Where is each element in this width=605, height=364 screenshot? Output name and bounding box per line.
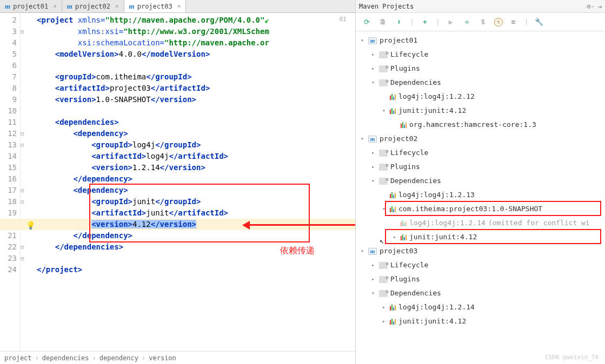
tree-project03[interactable]: ▾project03 [359, 244, 605, 258]
close-icon[interactable]: × [115, 3, 119, 10]
chevron-right-icon[interactable]: ▸ [370, 258, 376, 272]
maven-panel-title: Maven Projects [359, 3, 414, 10]
chevron-down-icon[interactable]: ▾ [370, 174, 376, 188]
tree-dep-omitted[interactable]: log4j:log4j:1.2.14 (omitted for conflict… [359, 216, 605, 230]
minimize-icon[interactable]: ⇥ [598, 3, 602, 10]
tree-dependencies[interactable]: ▾Dependencies [359, 76, 605, 90]
tab-project02[interactable]: mproject02× [62, 0, 124, 12]
val-xmlns: "http://maven.apache.org/POM/4.0.0" [105, 16, 264, 24]
tree-label: log4j:log4j:1.2.13 [398, 188, 475, 202]
watermark: CSDN @weixin_74 [545, 354, 599, 361]
folder-gear-icon [379, 65, 388, 72]
tree-dep-junit[interactable]: ▸junit:junit:4.12 [359, 314, 605, 328]
code-content[interactable]: <project xmlns="http://maven.apache.org/… [28, 13, 269, 351]
tab-project03[interactable]: mproject03× [124, 0, 187, 12]
tree-dep-log4j[interactable]: log4j:log4j:1.2.12 [359, 90, 605, 104]
tree-label: log4j:log4j:1.2.14 [398, 300, 475, 314]
tree-plugins[interactable]: ▸Plugins [359, 160, 605, 174]
tree-project01[interactable]: ▾project01 [359, 33, 605, 48]
tree-label: Plugins [390, 160, 420, 174]
chevron-right-icon[interactable]: ▸ [370, 146, 376, 160]
skip-tests-icon[interactable]: ↯ [494, 18, 503, 26]
tree-dep-hamcrest[interactable]: org.hamcrest:hamcrest-core:1.3 [359, 118, 605, 132]
refresh-icon[interactable]: ⟳ [361, 17, 372, 28]
tree-plugins[interactable]: ▸Plugins [359, 62, 605, 76]
close-icon[interactable]: × [53, 3, 57, 10]
chevron-right-icon[interactable]: ▸ [370, 272, 376, 286]
tree-lifecycle[interactable]: ▸Lifecycle [359, 146, 605, 160]
dependency-icon [390, 107, 396, 114]
tree-lifecycle[interactable]: ▸Lifecycle [359, 48, 605, 62]
attr-xmlns: xmlns= [78, 16, 105, 24]
maven-tree[interactable]: ▾project01 ▸Lifecycle ▸Plugins ▾Dependen… [356, 31, 605, 328]
tree-label: org.hamcrest:hamcrest-core:1.3 [409, 118, 536, 132]
tab-bar: mproject01× mproject02× mproject03× [0, 0, 355, 13]
tree-plugins[interactable]: ▸Plugins [359, 272, 605, 286]
tree-label: log4j:log4j:1.2.12 [398, 90, 475, 104]
add-icon[interactable]: + [420, 17, 430, 28]
breadcrumb[interactable]: project› dependencies› dependency› versi… [0, 351, 355, 364]
attr-schema: xsi:schemaLocation= [78, 38, 164, 47]
tree-dep-log4j[interactable]: log4j:log4j:1.2.13 [359, 188, 605, 202]
val-schema: "http://maven.apache.or [164, 38, 269, 47]
highlight-box-tree-top [385, 201, 601, 216]
crumb-dependencies[interactable]: dependencies [42, 354, 89, 362]
fold-gutter[interactable]: ⊟⊟⊟⊟⊟⊟⊟ [21, 13, 28, 351]
tree-dep-junit[interactable]: ▾junit:junit:4.12 [359, 104, 605, 118]
page-indicator: 01 [340, 14, 347, 25]
folder-gear-icon [379, 178, 388, 185]
tree-label: project01 [380, 33, 417, 48]
chevron-down-icon[interactable]: ▾ [359, 33, 365, 48]
chevron-down-icon[interactable]: ▾ [370, 76, 376, 90]
close-icon[interactable]: × [177, 3, 181, 10]
settings-icon[interactable]: 🔧 [534, 17, 544, 28]
folder-gear-icon [379, 164, 388, 171]
tree-lifecycle[interactable]: ▸Lifecycle [359, 258, 605, 272]
crumb-version[interactable]: version [149, 354, 176, 362]
chevron-right-icon[interactable]: ▸ [381, 314, 387, 328]
dependency-icon [390, 93, 396, 100]
cursor-icon: ↖ [380, 234, 384, 248]
chevron-right-icon[interactable]: ▸ [381, 300, 387, 314]
highlight-box-dependency [89, 184, 310, 242]
download-icon[interactable]: ⬇ [394, 17, 404, 28]
show-deps-icon[interactable]: ≡ [508, 17, 519, 28]
tree-label: Lifecycle [390, 146, 428, 160]
dependency-icon [390, 318, 396, 325]
generate-icon[interactable]: 🗎 [377, 17, 388, 28]
tree-omitted-note: (omitted for conflict wi [488, 216, 590, 230]
tree-label: Lifecycle [390, 258, 428, 272]
chevron-right-icon[interactable]: ▸ [370, 160, 376, 174]
line-gutter: 23456789101112131415161718192021222324 [0, 13, 21, 351]
dependency-icon [390, 304, 396, 311]
gear-icon[interactable]: ⚙‑ [587, 3, 594, 10]
dependency-icon [401, 122, 407, 128]
tree-dependencies[interactable]: ▾Dependencies [359, 174, 605, 188]
code-editor[interactable]: 01 💡 23456789101112131415161718192021222… [0, 13, 355, 351]
toggle-offline-icon[interactable]: ⥮ [478, 17, 489, 28]
tree-dep-log4j[interactable]: ▸log4j:log4j:1.2.14 [359, 300, 605, 314]
chevron-right-icon[interactable]: ▸ [370, 62, 376, 76]
bulb-icon[interactable]: 💡 [26, 220, 35, 231]
crumb-dependency[interactable]: dependency [99, 354, 138, 362]
maven-m-icon: m [5, 2, 10, 11]
crumb-project[interactable]: project [4, 354, 32, 362]
execute-icon[interactable]: ⎆ [462, 17, 473, 28]
folder-gear-icon [379, 79, 388, 86]
tree-label: Plugins [390, 272, 420, 286]
attr-xsi: xmlns:xsi= [78, 27, 123, 36]
chevron-down-icon[interactable]: ▾ [381, 104, 387, 118]
tab-label: project01 [13, 3, 48, 10]
chevron-down-icon[interactable]: ▾ [370, 286, 376, 300]
val-xsi: "http://www.w3.org/2001/XMLSchem [123, 27, 269, 36]
folder-gear-icon [379, 290, 388, 297]
chevron-right-icon[interactable]: ▸ [370, 48, 376, 62]
maven-module-icon [368, 247, 377, 255]
run-icon[interactable]: ▶ [446, 17, 456, 28]
chevron-down-icon[interactable]: ▾ [359, 244, 365, 258]
dep1-version-text: 1.2.14 [132, 163, 160, 172]
chevron-down-icon[interactable]: ▾ [359, 132, 365, 146]
tree-project02[interactable]: ▾project02 [359, 132, 605, 146]
tab-project01[interactable]: mproject01× [0, 0, 62, 12]
tree-dependencies[interactable]: ▾Dependencies [359, 286, 605, 300]
